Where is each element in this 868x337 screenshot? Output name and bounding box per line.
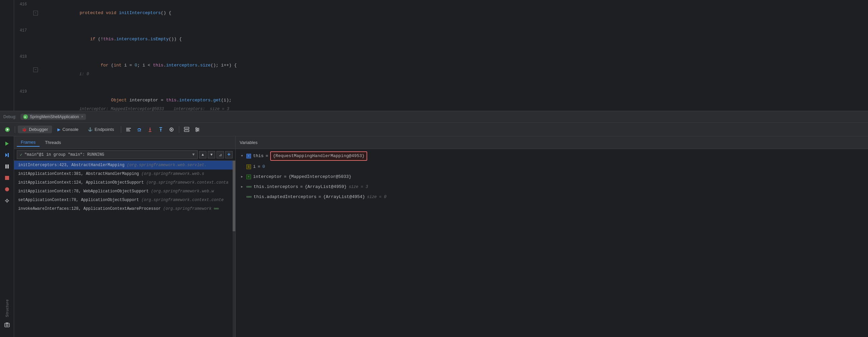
debug-tab-bar: Debug: ▶ SpringMemShellApplication ×	[0, 111, 868, 123]
code-line-416: 416 − protected void initInterceptors() …	[14, 0, 868, 26]
var-item-interceptor[interactable]: ▶ ≡ interceptor = {MappedInterceptor@503…	[236, 172, 868, 182]
snapshot-side-btn[interactable]	[2, 319, 12, 330]
svg-marker-37	[6, 323, 8, 323]
thread-dropdown[interactable]: ✓ "main"@1 in group "main": RUNNING ▼	[17, 150, 198, 159]
frames-view-btn[interactable]	[182, 125, 191, 134]
play-side-btn[interactable]	[2, 150, 12, 160]
var-value-interceptors: {ArrayList@4959}	[305, 183, 347, 191]
debug-label: Debug:	[3, 115, 17, 119]
record-side-btn[interactable]	[2, 184, 12, 195]
app-name: SpringMemShellApplication	[30, 115, 79, 119]
dropdown-arrow-icon: ▼	[192, 152, 195, 157]
var-name-interceptors: this.interceptors	[254, 183, 299, 191]
filter-btn[interactable]: ⊿	[217, 151, 224, 158]
svg-point-20	[196, 127, 197, 129]
step-over-btn[interactable]	[134, 125, 144, 134]
svg-rect-3	[126, 129, 130, 130]
svg-point-21	[197, 129, 199, 130]
var-value-interceptor: {MappedInterceptor@5033}	[289, 173, 351, 181]
frames-list[interactable]: initInterceptors:423, AbstractHandlerMap…	[14, 161, 235, 337]
svg-rect-15	[184, 127, 189, 129]
frame-item[interactable]: invokeAwareInterfaces:128, ApplicationCo…	[14, 205, 235, 213]
svg-rect-2	[126, 128, 131, 128]
var-value-i: 0	[262, 163, 265, 171]
svg-marker-8	[149, 129, 151, 131]
var-item-adapted[interactable]: ∞∞ this.adaptedInterceptors = {ArrayList…	[236, 192, 868, 202]
frame-item[interactable]: initApplicationContext:78, WebApplicatio…	[14, 187, 235, 196]
svg-point-36	[6, 324, 8, 326]
step-into-btn[interactable]	[145, 125, 155, 134]
toolbar-separator-1	[15, 126, 15, 133]
frame-up-btn[interactable]: ▲	[199, 151, 207, 158]
frames-panel: Frames Threads ✓ "main"@1 in group "main…	[14, 136, 236, 337]
close-session-btn[interactable]: ×	[81, 115, 83, 119]
var-size-adapted: size = 0	[367, 193, 386, 201]
var-name-adapted: this.adaptedInterceptors	[254, 193, 316, 201]
svg-marker-24	[5, 153, 7, 157]
svg-marker-23	[5, 142, 9, 146]
expand-arrow-interceptor: ▶	[240, 173, 244, 181]
frames-tabs: Frames Threads	[14, 136, 235, 149]
svg-rect-16	[184, 130, 189, 131]
step-out-btn[interactable]	[156, 125, 165, 134]
scroll-thumb[interactable]	[232, 161, 235, 231]
svg-marker-11	[160, 128, 162, 129]
svg-rect-26	[5, 164, 7, 168]
frame-down-btn[interactable]: ▼	[208, 151, 215, 158]
resume-side-btn[interactable]	[2, 138, 12, 149]
svg-rect-25	[8, 153, 9, 157]
svg-rect-28	[5, 176, 9, 180]
fold-icon[interactable]: −	[33, 11, 38, 16]
scroll-indicator	[232, 161, 235, 337]
frame-item[interactable]: initApplicationContext:381, AbstractHand…	[14, 170, 235, 178]
debug-session-tab[interactable]: ▶ SpringMemShellApplication ×	[21, 114, 86, 120]
main-debug-panel: Structure Frames Threads ✓ "main"@1 in g…	[0, 136, 868, 337]
svg-rect-27	[7, 164, 9, 168]
tab-console[interactable]: ▶ Console	[53, 126, 83, 133]
thread-check-icon: ✓	[20, 152, 23, 157]
resume-btn[interactable]	[3, 125, 12, 134]
svg-point-30	[6, 200, 8, 202]
app-icon: ▶	[23, 115, 28, 119]
var-icon-this: ≡	[246, 154, 251, 158]
variables-list: ▼ ≡ this = {RequestMappingHandlerMapping…	[236, 149, 868, 337]
tab-frames[interactable]: Frames	[17, 138, 40, 147]
var-item-interceptors[interactable]: ▶ ∞∞ this.interceptors = {ArrayList@4959…	[236, 182, 868, 192]
thread-selector: ✓ "main"@1 in group "main": RUNNING ▼ ▲ …	[14, 149, 235, 161]
tab-debugger[interactable]: 🐞 Debugger	[18, 126, 52, 133]
var-item-this[interactable]: ▼ ≡ this = {RequestMappingHandlerMapping…	[236, 150, 868, 162]
add-btn[interactable]: +	[225, 151, 232, 158]
svg-point-29	[5, 187, 9, 191]
variables-header: Variables	[236, 136, 868, 149]
frame-item[interactable]: initInterceptors:423, AbstractHandlerMap…	[14, 161, 235, 170]
show-execution-point-btn[interactable]	[124, 125, 133, 134]
tab-endpoints[interactable]: ⚓ Endpoints	[84, 126, 118, 133]
debug-toolbar: 🐞 Debugger ▶ Console ⚓ Endpoints	[0, 123, 868, 136]
frame-item[interactable]: setApplicationContext:78, ApplicationObj…	[14, 196, 235, 205]
var-icon-adapted: ∞∞	[246, 193, 252, 201]
structure-label: Structure	[5, 299, 9, 317]
pause-side-btn[interactable]	[2, 161, 12, 172]
editor-gutter-sidebar	[0, 0, 14, 111]
tab-threads[interactable]: Threads	[41, 139, 65, 146]
var-size-interceptors: size = 3	[349, 183, 368, 191]
code-line-419: 419 Object interceptor = this.intercepto…	[14, 87, 868, 111]
var-icon-interceptor: ≡	[246, 175, 251, 179]
settings-btn[interactable]	[193, 125, 202, 134]
code-line-417: 417 if (!this.interceptors.isEmpty()) {	[14, 26, 868, 52]
svg-marker-14	[171, 128, 173, 130]
var-item-i[interactable]: i i = 0	[236, 162, 868, 172]
frame-item[interactable]: initApplicationContext:124, ApplicationO…	[14, 178, 235, 187]
settings-side-btn[interactable]	[2, 195, 12, 206]
svg-point-22	[196, 130, 197, 131]
var-value-this: {RequestMappingHandlerMapping@4953}	[270, 151, 367, 161]
fold-icon[interactable]: −	[33, 67, 38, 72]
var-icon-interceptors: ∞∞	[246, 183, 252, 191]
run-to-cursor-btn[interactable]	[167, 125, 176, 134]
svg-rect-4	[126, 130, 130, 131]
variables-panel: Variables ▼ ≡ this = {RequestMappingHand…	[236, 136, 868, 337]
toolbar-separator-2	[121, 126, 121, 133]
expand-arrow-this: ▼	[240, 152, 244, 160]
stop-side-btn[interactable]	[2, 173, 12, 183]
thread-name: "main"@1 in group "main": RUNNING	[25, 152, 104, 157]
